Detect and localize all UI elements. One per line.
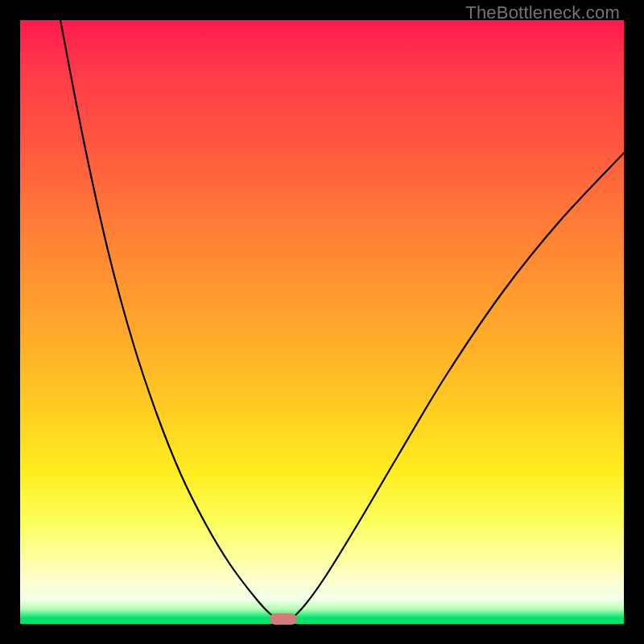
plot-area bbox=[20, 20, 624, 624]
curve-path bbox=[60, 20, 624, 621]
watermark-text: TheBottleneck.com bbox=[465, 2, 620, 23]
minimum-marker bbox=[270, 613, 297, 625]
bottleneck-curve bbox=[20, 20, 624, 624]
